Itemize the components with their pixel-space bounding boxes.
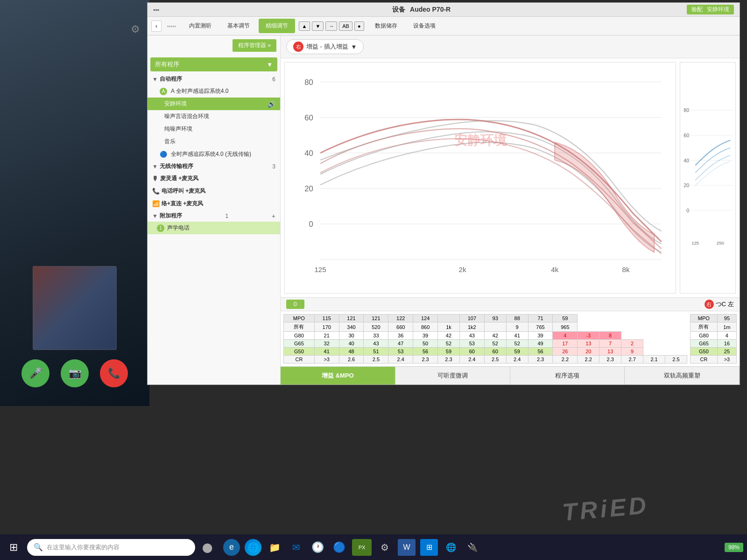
title-center: 设备 Audeo P70-R — [392, 6, 453, 14]
taskbar-system: 98% — [725, 543, 743, 552]
sidebar-item-phone-call[interactable]: 📞 电话呼叫 +麦克风 — [148, 185, 280, 197]
table-row-g65: G65 32 40 43 47 50 52 53 52 52 49 — [284, 340, 687, 348]
svg-text:20: 20 — [684, 182, 689, 188]
main-chart-svg: 80 60 40 20 0 125 2k 4k 8k — [285, 63, 676, 293]
row-label-cr: CR — [284, 356, 315, 364]
gear-icon[interactable]: ⚙ — [376, 539, 393, 556]
row-label-g65: G65 — [284, 340, 315, 348]
right-content: 右 增益 - 插入增益 ▼ 安静环境 — [281, 35, 740, 385]
wireless-section-header: ▼ 无线传输程序 3 — [148, 161, 280, 172]
arrow-right-icon[interactable]: → — [325, 21, 337, 31]
chrome-icon[interactable]: 🔵 — [331, 539, 347, 556]
reset-button[interactable]: 0 — [286, 300, 304, 309]
sidebar-item-pure-noise[interactable]: 纯噪声环境 — [148, 123, 280, 135]
svg-text:250: 250 — [717, 240, 724, 245]
sidebar-item-noise-speech[interactable]: 噪声言语混合环境 — [148, 110, 280, 123]
tab-shebei[interactable]: 设备选项 — [406, 19, 443, 33]
sidebar-item-malingtong[interactable]: 🎙 麦灵通 +麦克风 — [148, 172, 280, 185]
svg-text:4k: 4k — [551, 266, 558, 273]
addon-section-header: ▼ 附加程序 1 + — [148, 210, 280, 222]
right-indicator: 右 — [293, 42, 303, 52]
clock-icon[interactable]: 🕐 — [309, 539, 326, 556]
sidebar-item-net-direct[interactable]: 📶 络+直连 +麦克风 — [148, 197, 280, 210]
edge-icon[interactable]: 🌐 — [245, 539, 261, 556]
call-avatar — [33, 266, 117, 350]
bottom-tabs: 增益 &MPO 可听度微调 程序选项 双轨高频重塑 — [281, 366, 740, 385]
svg-text:0: 0 — [686, 208, 689, 213]
table-row-all: 所有 170 340 520 660 860 1k 1k2 9 765 — [284, 322, 687, 332]
nav-icons: ▲ ▼ → AB ● — [299, 21, 364, 31]
battery-indicator: 98% — [725, 543, 743, 552]
windows-icon[interactable]: ⊞ — [420, 539, 438, 556]
charts-container: 安静环境 80 60 40 20 0 — [281, 58, 740, 297]
ab-button[interactable]: AB — [339, 21, 352, 31]
tab-jingxi[interactable]: 精细调节 — [259, 19, 295, 33]
sidebar-header: 程序管理器 » — [148, 35, 280, 56]
main-chart: 安静环境 80 60 40 20 0 — [284, 62, 676, 294]
tab-dual-track[interactable]: 双轨高频重塑 — [625, 367, 740, 385]
tab-jiben[interactable]: 基本调节 — [220, 19, 257, 33]
auto-section-header: ▼ 自动程序 6 — [148, 73, 280, 85]
record-button[interactable]: ● — [354, 21, 364, 31]
table-row-g80: G80 21 30 33 36 39 42 43 42 41 39 — [284, 332, 687, 340]
network-icon[interactable]: 🌐 — [443, 539, 459, 556]
all-programs-bar[interactable]: 所有程序 ▼ — [150, 57, 277, 71]
mute-button[interactable]: 🎤 — [21, 359, 49, 387]
cortana-button[interactable]: ⬤ — [199, 539, 216, 556]
add-program-button[interactable]: + — [272, 212, 275, 220]
svg-text:20: 20 — [304, 184, 313, 193]
back-button[interactable]: ‹ — [151, 21, 162, 32]
taskbar-icons: e 🌐 📁 ✉ 🕐 🔵 PX ⚙ W ⊞ 🌐 🔌 — [223, 539, 481, 556]
sidebar-item-quiet[interactable]: 安静环境 🔊 — [148, 98, 280, 110]
content-area: 程序管理器 » 所有程序 ▼ ▼ 自动程序 6 A A 全时声感追踪系统4.0 … — [148, 35, 740, 385]
sidebar-item-wireless-auto[interactable]: 🔵 全时声感追踪系统4.0 (无线传输) — [148, 148, 280, 161]
svg-text:60: 60 — [684, 133, 689, 138]
call-overlay: 🎤 📷 📞 — [0, 0, 149, 406]
start-button[interactable]: ⊞ — [4, 538, 23, 557]
chart-controls: 0 右 つC 左 — [281, 297, 740, 311]
word-icon[interactable]: W — [398, 539, 416, 556]
svg-text:8k: 8k — [622, 266, 629, 273]
video-button[interactable]: 📷 — [61, 359, 89, 387]
sidebar-item-acoustic-phone[interactable]: 1 声学电话 — [148, 222, 280, 234]
folder-icon[interactable]: 📁 — [266, 539, 283, 556]
mail-icon[interactable]: ✉ — [288, 539, 304, 556]
col-header-mpo: MPO — [284, 315, 315, 322]
settings-icon[interactable]: ⚙ — [131, 23, 140, 35]
phonak-icon[interactable]: PX — [352, 539, 372, 556]
right-table: MPO 95 所有 1m G80 4 — [690, 314, 737, 364]
right-row-all: 所有 1m — [691, 322, 737, 332]
curve-label: つC — [716, 300, 726, 308]
sidebar-item-music[interactable]: 音乐 — [148, 135, 280, 148]
tab-program-options[interactable]: 程序选项 — [510, 367, 625, 385]
verified-badge: 验配 安静环境 — [687, 5, 734, 14]
row-label-g50: G50 — [284, 348, 315, 356]
side-chart-svg: 80 60 40 20 0 125 250 — [680, 63, 735, 293]
svg-text:0: 0 — [309, 220, 313, 229]
power-icon[interactable]: 🔌 — [464, 539, 481, 556]
tab-neimce[interactable]: 内置测听 — [182, 19, 218, 33]
sidebar: 程序管理器 » 所有程序 ▼ ▼ 自动程序 6 A A 全时声感追踪系统4.0 … — [148, 35, 281, 385]
arrow-up-icon[interactable]: ▲ — [299, 21, 310, 31]
data-table-left: MPO 115 121 121 122 124 107 93 88 71 — [283, 314, 687, 364]
search-placeholder-text: 在这里输入你要搜索的内容 — [47, 543, 120, 552]
sidebar-item-auto-label[interactable]: A A 全时声感追踪系统4.0 — [148, 85, 280, 98]
right-indicator-small: 右 — [705, 300, 714, 309]
search-icon: 🔍 — [34, 543, 43, 552]
tab-shuju[interactable]: 数据储存 — [368, 19, 404, 33]
arrow-down-icon[interactable]: ▼ — [312, 21, 324, 31]
svg-text:125: 125 — [314, 266, 326, 273]
taskbar-search[interactable]: 🔍 在这里输入你要搜索的内容 — [27, 539, 195, 556]
title-bar: ▪▪▪ 设备 Audeo P70-R 验配 安静环境 — [148, 3, 740, 17]
chart-header: 右 增益 - 插入增益 ▼ — [281, 35, 740, 58]
program-manager-button[interactable]: 程序管理器 » — [233, 39, 276, 52]
right-row-g50: G50 25 — [691, 348, 737, 356]
lr-controls: 右 つC 左 — [705, 300, 734, 309]
tab-gain-mpo[interactable]: 增益 &MPO — [281, 367, 395, 385]
ie-icon[interactable]: e — [223, 539, 240, 556]
table-row-cr: CR >3 2.6 2.5 2.4 2.3 2.3 2.4 2.5 2.4 2. — [284, 356, 687, 364]
gain-label[interactable]: 右 增益 - 插入增益 ▼ — [286, 39, 364, 54]
tab-audibility[interactable]: 可听度微调 — [395, 367, 510, 385]
end-call-button[interactable]: 📞 — [100, 359, 128, 387]
data-table-area: MPO 115 121 121 122 124 107 93 88 71 — [281, 311, 740, 366]
